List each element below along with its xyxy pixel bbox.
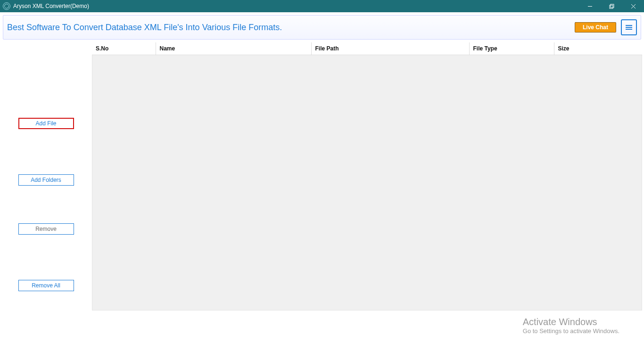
- svg-rect-1: [610, 5, 613, 8]
- add-file-button[interactable]: Add File: [18, 118, 74, 129]
- col-file-type[interactable]: File Type: [469, 42, 554, 55]
- live-chat-button[interactable]: Live Chat: [575, 22, 616, 33]
- hamburger-icon: [626, 24, 632, 31]
- maximize-button[interactable]: [601, 0, 622, 12]
- col-name[interactable]: Name: [156, 42, 311, 55]
- title-bar: Aryson XML Converter(Demo): [0, 0, 644, 12]
- tagline-text: Best Software To Convert Database XML Fi…: [7, 23, 575, 33]
- svg-rect-2: [611, 4, 614, 8]
- file-table: S.No Name File Path File Type Size: [92, 42, 642, 55]
- sidebar: Add File Add Folders Remove Remove All: [0, 42, 92, 343]
- window-title: Aryson XML Converter(Demo): [13, 3, 89, 9]
- table-header-row: S.No Name File Path File Type Size: [92, 42, 642, 55]
- close-button[interactable]: [622, 0, 644, 12]
- col-sno[interactable]: S.No: [92, 42, 156, 55]
- col-file-path[interactable]: File Path: [311, 42, 469, 55]
- remove-all-button[interactable]: Remove All: [18, 280, 74, 291]
- banner: Best Software To Convert Database XML Fi…: [3, 15, 641, 40]
- table-body-empty: [92, 55, 642, 310]
- minimize-button[interactable]: [579, 0, 601, 12]
- app-icon: [3, 2, 10, 10]
- add-folders-button[interactable]: Add Folders: [18, 174, 74, 186]
- remove-button[interactable]: Remove: [18, 223, 74, 235]
- main-content: Add File Add Folders Remove Remove All S…: [0, 42, 644, 343]
- table-area: S.No Name File Path File Type Size: [92, 42, 644, 343]
- window-controls: [579, 0, 644, 12]
- banner-area: Best Software To Convert Database XML Fi…: [0, 12, 644, 42]
- col-size[interactable]: Size: [554, 42, 642, 55]
- hamburger-menu-button[interactable]: [621, 19, 637, 35]
